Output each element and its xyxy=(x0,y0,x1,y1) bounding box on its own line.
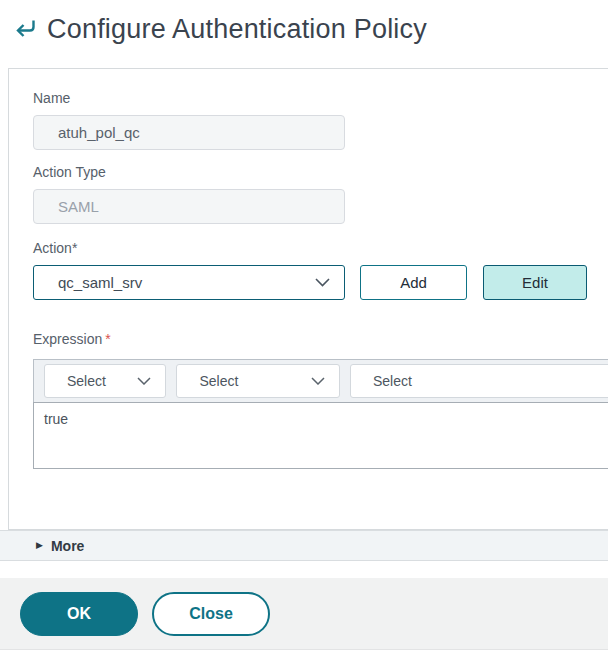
required-asterisk: * xyxy=(105,331,110,347)
action-label: Action* xyxy=(33,240,608,256)
expression-select-2-value: Select xyxy=(199,373,238,389)
expression-select-3[interactable]: Select xyxy=(350,364,608,398)
page-header: Configure Authentication Policy xyxy=(0,0,608,58)
back-button[interactable] xyxy=(10,14,40,44)
name-input: atuh_pol_qc xyxy=(33,115,345,150)
expression-editor[interactable]: true xyxy=(33,402,608,469)
action-type-label: Action Type xyxy=(33,164,608,180)
more-label: More xyxy=(51,538,84,554)
expression-select-1-value: Select xyxy=(67,373,106,389)
configure-authentication-policy-screen: Configure Authentication Policy Name atu… xyxy=(0,0,608,661)
more-expander[interactable]: ▶ More xyxy=(0,530,608,561)
expression-toolbar: Select Select Select xyxy=(33,359,608,403)
expression-label-text: Expression xyxy=(33,331,102,347)
name-label: Name xyxy=(33,90,608,106)
footer-bar: OK Close xyxy=(0,578,608,650)
expression-label: Expression* xyxy=(33,331,608,347)
edit-button[interactable]: Edit xyxy=(483,265,587,300)
expander-triangle-icon: ▶ xyxy=(36,541,43,550)
expression-select-2[interactable]: Select xyxy=(176,364,340,398)
page-title: Configure Authentication Policy xyxy=(47,14,427,45)
chevron-down-icon xyxy=(311,377,325,385)
action-select[interactable]: qc_saml_srv xyxy=(33,265,345,300)
action-row: qc_saml_srv Add Edit xyxy=(33,265,608,300)
expression-select-1[interactable]: Select xyxy=(44,364,166,398)
expression-select-3-value: Select xyxy=(373,373,412,389)
ok-button[interactable]: OK xyxy=(20,592,138,636)
chevron-down-icon xyxy=(137,377,151,385)
form-panel: Name atuh_pol_qc Action Type SAML Action… xyxy=(8,68,608,530)
back-arrow-icon xyxy=(12,16,38,42)
action-select-value: qc_saml_srv xyxy=(58,274,142,291)
chevron-down-icon xyxy=(315,278,330,287)
add-button[interactable]: Add xyxy=(360,265,467,300)
close-button[interactable]: Close xyxy=(152,592,270,636)
action-type-input: SAML xyxy=(33,189,345,224)
